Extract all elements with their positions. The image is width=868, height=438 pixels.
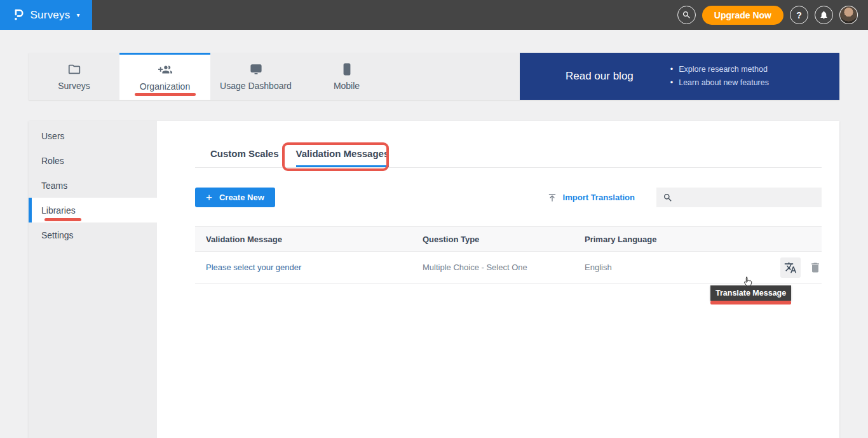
folder-icon	[67, 62, 81, 76]
column-header-primary-language: Primary Language	[585, 235, 763, 244]
chevron-down-icon: ▾	[76, 11, 79, 18]
nav-tab-usage-dashboard[interactable]: Usage Dashboard	[210, 53, 301, 100]
banner-bullet-list: Explore research method Learn about new …	[670, 63, 769, 90]
libraries-content: Custom Scales Validation Messages + Crea…	[157, 121, 839, 438]
table-row: Please select your gender Multiple Choic…	[195, 252, 822, 284]
import-translation-link[interactable]: Import Translation	[547, 193, 635, 203]
topbar: Surveys ▾ Upgrade Now ?	[0, 0, 868, 30]
library-tabs: Custom Scales Validation Messages	[195, 148, 822, 168]
toolbar-right: Import Translation	[547, 188, 822, 207]
annotation-underline-libraries	[44, 218, 81, 221]
delete-message-button[interactable]	[809, 261, 822, 274]
validation-messages-table: Validation Message Question Type Primary…	[195, 226, 822, 284]
banner-bullet: Learn about new features	[670, 76, 769, 90]
import-translation-label: Import Translation	[563, 193, 635, 202]
sidebar: Users Roles Teams Libraries Settings	[29, 121, 157, 438]
banner-bullet: Explore research method	[670, 63, 769, 76]
avatar[interactable]	[839, 6, 858, 24]
nav-tab-label: Surveys	[58, 81, 90, 91]
main-panel: Users Roles Teams Libraries Settings Cus…	[29, 121, 839, 438]
sidebar-item-label: Roles	[41, 156, 64, 166]
column-header-question-type: Question Type	[423, 235, 585, 244]
validation-message-link[interactable]: Please select your gender	[206, 263, 423, 272]
dashboard-screen-icon	[249, 62, 263, 76]
sidebar-item-teams[interactable]: Teams	[29, 173, 157, 198]
notifications-button[interactable]	[815, 6, 833, 24]
help-button[interactable]: ?	[790, 6, 808, 24]
column-header-validation-message: Validation Message	[206, 235, 423, 244]
sidebar-item-label: Teams	[41, 181, 67, 191]
question-mark-icon: ?	[796, 10, 802, 20]
nav-tab-label: Mobile	[334, 81, 360, 91]
nav-tab-label: Organization	[140, 81, 190, 92]
upload-icon	[547, 193, 557, 203]
annotation-underline-tooltip	[710, 301, 791, 305]
sidebar-item-label: Libraries	[41, 205, 76, 216]
toolbar: + Create New Import Translation	[195, 188, 822, 207]
nav-tab-label: Usage Dashboard	[220, 81, 292, 91]
create-new-label: Create New	[219, 193, 264, 202]
product-name: Surveys	[31, 9, 71, 22]
module-nav: Surveys Organization Usage Dashboard Mob…	[29, 53, 839, 100]
questionpro-logo-icon	[13, 8, 25, 22]
translate-icon	[784, 261, 797, 274]
language-cell: English	[585, 263, 763, 272]
hand-cursor-icon	[742, 276, 754, 289]
upgrade-now-button[interactable]: Upgrade Now	[702, 6, 783, 25]
table-search[interactable]	[656, 188, 822, 207]
search-button[interactable]	[677, 6, 696, 24]
nav-tab-mobile[interactable]: Mobile	[301, 53, 392, 100]
search-icon	[663, 193, 673, 203]
smartphone-icon	[340, 62, 354, 76]
create-new-button[interactable]: + Create New	[195, 188, 275, 207]
sidebar-item-label: Settings	[41, 230, 74, 240]
question-type-cell: Multiple Choice - Select One	[423, 263, 585, 272]
banner-title[interactable]: Read our blog	[566, 70, 634, 83]
annotation-underline-organization	[135, 93, 196, 96]
tab-custom-scales[interactable]: Custom Scales	[210, 148, 279, 167]
sidebar-item-label: Users	[41, 131, 65, 141]
sidebar-item-users[interactable]: Users	[29, 123, 157, 148]
sidebar-item-roles[interactable]: Roles	[29, 148, 157, 173]
nav-tab-organization[interactable]: Organization	[119, 53, 210, 100]
blog-banner[interactable]: Read our blog Explore research method Le…	[520, 53, 839, 100]
trash-icon	[809, 261, 822, 274]
nav-tab-surveys[interactable]: Surveys	[29, 53, 119, 100]
bell-icon	[819, 10, 829, 20]
table-header: Validation Message Question Type Primary…	[195, 226, 822, 252]
page-body: Surveys Organization Usage Dashboard Mob…	[0, 53, 868, 438]
group-add-icon	[158, 63, 172, 77]
sidebar-item-settings[interactable]: Settings	[29, 222, 157, 247]
tab-validation-messages[interactable]: Validation Messages	[296, 148, 390, 167]
translate-message-button[interactable]	[780, 257, 801, 278]
search-input[interactable]	[678, 193, 815, 202]
plus-icon: +	[206, 192, 212, 203]
sidebar-item-libraries[interactable]: Libraries	[29, 198, 157, 222]
topbar-actions: Upgrade Now ?	[677, 6, 868, 25]
row-actions	[763, 257, 822, 278]
brand-product-switcher[interactable]: Surveys ▾	[0, 0, 92, 30]
search-icon	[682, 10, 691, 20]
